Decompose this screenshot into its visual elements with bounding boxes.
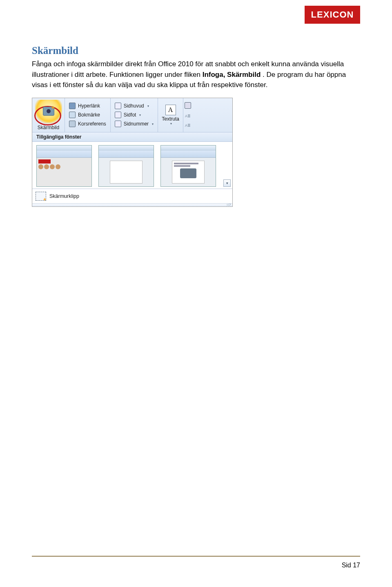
window-thumbnail[interactable] [36, 145, 92, 187]
window-thumbnail[interactable] [160, 145, 216, 187]
gallery-title: Tillgängliga fönster [32, 132, 232, 142]
ribbon-group-headerfooter: Sidhuvud▾ Sidfot▾ Sidnummer▾ [111, 98, 158, 132]
window-thumbnail[interactable] [98, 145, 154, 187]
chevron-down-icon: ▾ [152, 122, 154, 126]
paragraph-bold: Infoga, Skärmbild [203, 71, 261, 78]
ribbon-button-textruta[interactable]: A Textruta ▾ [158, 98, 183, 132]
ribbon-button-skarmbild[interactable]: + Skärmbild [32, 98, 65, 132]
body-paragraph: Fånga och infoga skärmbilder direkt från… [32, 59, 360, 90]
scroll-down-button[interactable]: ▾ [223, 179, 231, 187]
sidfot-label: Sidfot [124, 112, 136, 118]
sidnummer-label: Sidnummer [124, 121, 149, 127]
screen-clipping-item[interactable]: + Skärmurklipp [32, 189, 232, 203]
bookmark-icon [69, 112, 76, 118]
textruta-label: Textruta [162, 116, 179, 122]
ribbon-item-footer[interactable]: Sidfot▾ [113, 110, 155, 119]
header-icon [115, 103, 121, 109]
ribbon-item-bookmark[interactable]: Bokmärke [67, 110, 108, 119]
chevron-down-icon: ▾ [170, 122, 172, 125]
crossref-icon [69, 121, 76, 127]
chevron-down-icon: ▾ [139, 113, 141, 117]
ribbon-group-links: Hyperlänk Bokmärke Korsreferens [65, 98, 111, 132]
globe-icon [69, 103, 76, 109]
ribbon-item-crossref[interactable]: Korsreferens [67, 119, 108, 128]
ribbon-edge: A≣ A≣ [183, 98, 192, 132]
screen-clipping-icon: + [36, 192, 46, 201]
bokmarke-label: Bokmärke [78, 112, 100, 118]
available-windows-gallery: ▾ [32, 142, 232, 189]
ribbon-item-hyperlink[interactable]: Hyperlänk [67, 101, 108, 110]
korsreferens-label: Korsreferens [78, 121, 106, 127]
resize-handle[interactable] [32, 203, 232, 206]
lexicon-logo: LEXICON [305, 6, 360, 24]
screen-clipping-label: Skärmurklipp [49, 193, 79, 199]
sidhuvud-label: Sidhuvud [124, 103, 144, 109]
footer-icon [115, 112, 121, 118]
ribbon-item-pagenum[interactable]: Sidnummer▾ [113, 119, 155, 128]
camera-icon: + [43, 107, 54, 116]
embedded-screenshot: + Skärmbild Hyperlänk Bokmärke Korsrefer… [32, 98, 233, 207]
ribbon-item-header[interactable]: Sidhuvud▾ [113, 101, 155, 110]
chevron-down-icon: ▾ [147, 104, 149, 108]
ribbon: + Skärmbild Hyperlänk Bokmärke Korsrefer… [32, 98, 232, 132]
page-number: Sid 17 [342, 562, 360, 569]
partial-icon[interactable] [185, 102, 191, 109]
skarmbild-label: Skärmbild [38, 125, 59, 130]
pagenum-icon [115, 121, 121, 127]
footer-divider [32, 556, 360, 557]
textbox-icon: A [165, 105, 176, 115]
section-heading: Skärmbild [32, 45, 360, 56]
hyperlink-label: Hyperlänk [78, 103, 100, 109]
